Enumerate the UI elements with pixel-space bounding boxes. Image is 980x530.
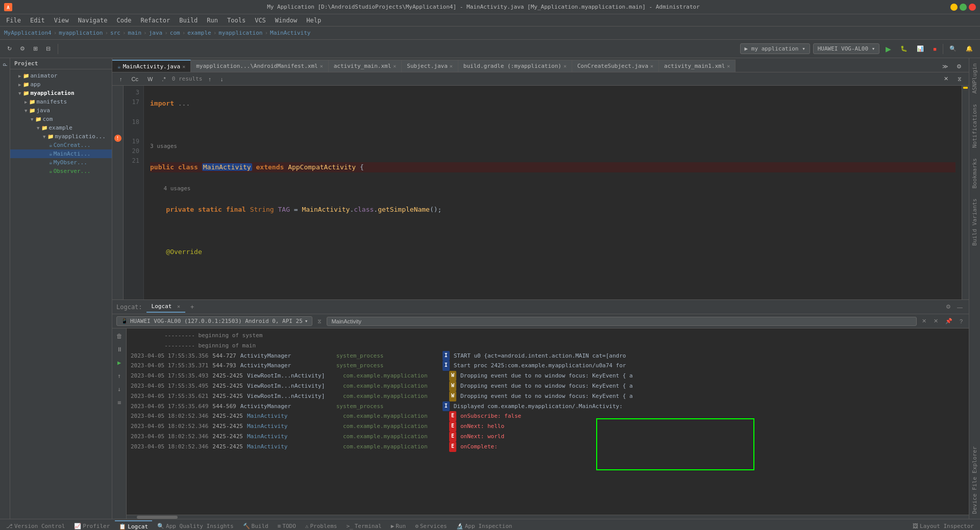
logcat-scrollbar-h[interactable] — [127, 515, 969, 519]
bottom-strip-app-quality[interactable]: 🔍 App Quality Insights — [153, 521, 237, 530]
tree-item-manifests[interactable]: ▶ 📁 manifests — [10, 97, 112, 106]
logcat-tab-active[interactable]: Logcat ✕ — [146, 301, 185, 313]
logcat-tab-close[interactable]: ✕ — [177, 304, 180, 309]
menu-vcs[interactable]: VCS — [251, 16, 270, 25]
code-content[interactable]: import ... 3 usages public class MainAct… — [144, 86, 962, 299]
notifications-btn[interactable]: 🔔 — [963, 43, 976, 54]
sidebar-icon-project[interactable]: P — [1, 60, 10, 69]
search-everywhere-btn[interactable]: 🔍 — [946, 43, 960, 54]
tab-close-activity-main1[interactable]: ✕ — [727, 63, 730, 69]
nav-main[interactable]: main — [128, 30, 142, 36]
debug-button[interactable]: 🐛 — [897, 43, 911, 54]
toolbar-collapse-btn[interactable]: ⊟ — [43, 43, 54, 54]
tree-item-observer[interactable]: ☕ Observer... — [10, 167, 112, 175]
search-close-btn[interactable]: ✕ — [941, 73, 951, 84]
tab-subject-java[interactable]: Subject.java ✕ — [402, 60, 458, 72]
tree-item-mainactivity[interactable]: ☕ MainActi... — [10, 149, 112, 158]
search-word-btn[interactable]: W — [144, 74, 156, 84]
tab-close-mainactivity[interactable]: ✕ — [182, 64, 185, 69]
tab-close-build-gradle[interactable]: ✕ — [564, 63, 567, 69]
logcat-filter-input[interactable] — [327, 317, 916, 326]
nav-src[interactable]: src — [110, 30, 120, 36]
menu-tools[interactable]: Tools — [223, 16, 250, 25]
nav-java[interactable]: java — [149, 30, 163, 36]
logcat-tab-add[interactable]: + — [187, 301, 197, 313]
minimize-button[interactable] — [950, 4, 958, 11]
tab-settings-btn[interactable]: ⚙ — [953, 61, 965, 72]
tree-item-example[interactable]: ▼ 📁 example — [10, 123, 112, 132]
nav-module[interactable]: myapplication — [59, 30, 103, 36]
logcat-close-icon[interactable]: ✕ — [932, 317, 940, 325]
tab-activity-main1-xml[interactable]: activity_main1.xml ✕ — [659, 60, 736, 72]
menu-run[interactable]: Run — [203, 16, 222, 25]
menu-edit[interactable]: Edit — [26, 16, 49, 25]
search-up-btn[interactable]: ↑ — [205, 74, 214, 84]
tab-androidmanifest[interactable]: myapplication...\AndroidManifest.xml ✕ — [191, 60, 328, 72]
tree-item-app[interactable]: ▶ 📁 app — [10, 80, 112, 89]
right-panel-bookmarks[interactable]: Bookmarks — [969, 153, 980, 194]
logcat-minimize-btn[interactable]: — — [955, 303, 965, 311]
menu-build[interactable]: Build — [175, 16, 202, 25]
search-regex-btn[interactable]: .* — [159, 74, 168, 84]
run-config-selector[interactable]: ▶ my application ▾ — [740, 43, 810, 54]
search-down-btn[interactable]: ↓ — [217, 74, 227, 84]
menu-view[interactable]: View — [50, 16, 73, 25]
logcat-filter-icon[interactable]: ⧖ — [315, 317, 324, 325]
tab-build-gradle[interactable]: build.gradle (:myapplication) ✕ — [458, 60, 572, 72]
tab-close-concreate[interactable]: ✕ — [650, 63, 653, 69]
bottom-strip-services[interactable]: ⚙ Services — [411, 521, 451, 530]
tree-item-myobserver[interactable]: ☕ MyObser... — [10, 158, 112, 167]
tree-item-concreate[interactable]: ☕ ConCreat... — [10, 141, 112, 149]
logcat-clear-log-btn[interactable]: 🗑 — [114, 331, 125, 342]
right-panel-build-variants[interactable]: Build Variants — [969, 193, 980, 251]
toolbar-expand-btn[interactable]: ⊞ — [30, 43, 41, 54]
logcat-device-selector[interactable]: 📱 HUAWEI VOG-AL00 (127.0.0.1:21503) Andr… — [116, 316, 312, 326]
search-cc-btn[interactable]: Cc — [129, 74, 141, 84]
maximize-button[interactable] — [960, 4, 967, 11]
logcat-settings-btn[interactable]: ⚙ — [944, 302, 953, 311]
search-prev-btn[interactable]: ↑ — [116, 74, 126, 84]
bottom-strip-build[interactable]: 🔨 Build — [239, 521, 273, 530]
right-panel-notifications[interactable]: Notifications — [969, 99, 980, 153]
logcat-help-btn[interactable]: ? — [958, 317, 965, 325]
nav-example[interactable]: example — [187, 30, 211, 36]
nav-myapplication[interactable]: myapplication — [218, 30, 262, 36]
bottom-strip-run[interactable]: ▶ Run — [387, 521, 410, 530]
tree-item-myapplication[interactable]: ▼ 📁 myapplication — [10, 89, 112, 97]
right-panel-asnplugin[interactable]: ASNPlugin — [969, 58, 980, 99]
nav-project[interactable]: MyApplication4 — [4, 30, 52, 36]
menu-navigate[interactable]: Navigate — [74, 16, 112, 25]
bottom-strip-layout-inspector[interactable]: 🖼 Layout Inspector — [909, 521, 978, 530]
tab-mainactivity-java[interactable]: ☕ MainActivity.java ✕ — [112, 60, 191, 72]
right-panel-device-file-explorer[interactable]: Device File Explorer — [969, 441, 980, 519]
tab-activity-main-xml[interactable]: activity_main.xml ✕ — [329, 60, 402, 72]
window-controls[interactable] — [950, 4, 976, 11]
logcat-resume-btn[interactable]: ▶ — [114, 357, 125, 368]
tab-close-activity-main[interactable]: ✕ — [393, 63, 396, 69]
toolbar-settings-btn[interactable]: ⚙ — [17, 43, 28, 54]
nav-mainactivity[interactable]: MainActivity — [270, 30, 310, 36]
logcat-pin-btn[interactable]: 📌 — [943, 317, 954, 325]
toolbar-sync-btn[interactable]: ↻ — [4, 43, 15, 54]
tree-item-myapplicatio[interactable]: ▼ 📁 myapplicatio... — [10, 132, 112, 141]
nav-com[interactable]: com — [170, 30, 180, 36]
profile-button[interactable]: 📊 — [914, 43, 927, 54]
bottom-strip-version-control[interactable]: ⎇ Version Control — [2, 521, 69, 530]
tab-overflow-btn[interactable]: ≫ — [939, 61, 951, 72]
tab-close-subject[interactable]: ✕ — [450, 63, 453, 69]
logcat-pause-btn[interactable]: ⏸ — [114, 344, 125, 355]
menu-file[interactable]: File — [2, 16, 25, 25]
logcat-clear-btn[interactable]: ✕ — [920, 317, 928, 325]
logcat-scroll-up-btn[interactable]: ↑ — [114, 370, 125, 382]
close-button[interactable] — [969, 4, 976, 11]
bottom-strip-terminal[interactable]: >_ Terminal — [342, 521, 385, 530]
bottom-strip-profiler[interactable]: 📈 Profiler — [70, 521, 114, 530]
tree-item-com[interactable]: ▼ 📁 com — [10, 115, 112, 123]
tab-close-manifest[interactable]: ✕ — [320, 63, 323, 69]
menu-window[interactable]: Window — [271, 16, 301, 25]
tree-item-java[interactable]: ▼ 📁 java — [10, 106, 112, 115]
tab-concreatesubject[interactable]: ConCreateSubject.java ✕ — [572, 60, 659, 72]
logcat-scroll-down-btn[interactable]: ↓ — [114, 384, 125, 395]
bottom-strip-todo[interactable]: ≡ TODO — [274, 521, 300, 530]
gutter-error-marker[interactable]: ! — [112, 133, 124, 144]
